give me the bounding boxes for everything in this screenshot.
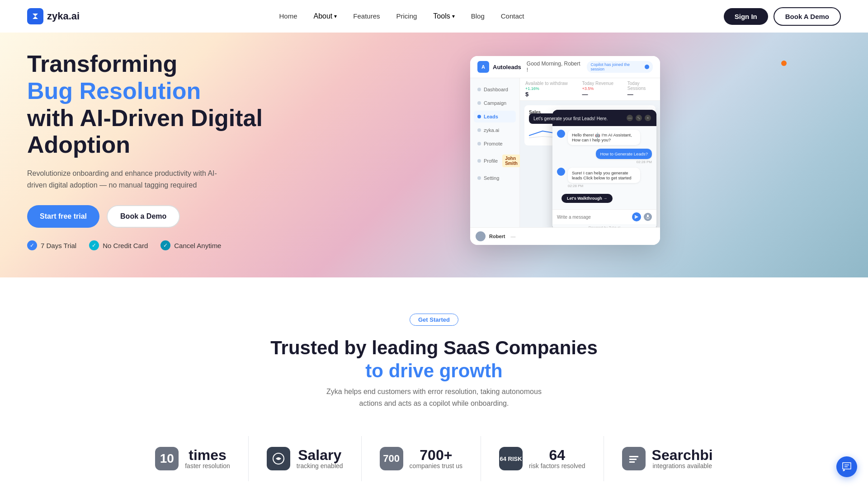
app-header: A Autoleads Good Morning, Robert ! Copil… xyxy=(470,56,660,78)
nav-contact[interactable]: Contact xyxy=(501,12,524,20)
svg-rect-0 xyxy=(647,215,649,217)
chat-mic-button[interactable] xyxy=(644,213,652,221)
orange-dot-decoration xyxy=(781,61,787,66)
badge-no-credit-label: No Credit Card xyxy=(103,242,148,249)
chat-msg-1: Hello there! 🤖 I'm AI Assistant, How can… xyxy=(557,130,652,145)
sidebar-dot-profile xyxy=(477,159,481,163)
book-demo-button[interactable]: Book a Demo xyxy=(107,205,180,228)
svg-rect-3 xyxy=(629,456,638,457)
chat-messages: Hello there! 🤖 I'm AI Assistant, How can… xyxy=(552,126,656,192)
user-ellipsis: — xyxy=(510,234,515,239)
stat-icon-2 xyxy=(267,447,290,470)
start-free-trial-button[interactable]: Start free trial xyxy=(27,205,99,228)
chat-msg-2: How to Generate Leads? 02:28 PM xyxy=(557,149,652,164)
badge-7days-label: 7 Days Trial xyxy=(41,242,76,249)
nav-actions: Sign In Book A Demo xyxy=(724,7,841,26)
navbar: zyka.ai Home About Features Pricing Tool… xyxy=(0,0,868,33)
sidebar-dashboard[interactable]: Dashboard xyxy=(474,84,516,95)
stat-label-4: risk factors resolved xyxy=(529,462,585,469)
tooltip-popup: Let's generate your first Leads! Here. xyxy=(529,113,612,124)
stat-icon-5 xyxy=(622,447,646,470)
user-name: Robert xyxy=(489,234,505,239)
hero-title-line2: with AI-Driven Digital xyxy=(27,105,263,131)
nav-about[interactable]: About xyxy=(313,12,337,20)
sidebar-leads[interactable]: Leads xyxy=(474,111,516,122)
chat-input-area[interactable] xyxy=(552,209,656,224)
stats-row: 10 times faster resolution Salary tracki… xyxy=(27,436,841,481)
stat-card-5: Searchbi integrations available xyxy=(604,436,731,481)
sidebar-campaign-label: Campaign xyxy=(484,100,506,106)
stat-label-2: tracking enabled xyxy=(297,462,343,469)
nav-home[interactable]: Home xyxy=(279,12,297,20)
chat-bot-avatar-2 xyxy=(557,168,565,176)
chat-input[interactable] xyxy=(557,215,629,220)
chat-widget-button[interactable] xyxy=(836,456,857,477)
app-content-area: Sales Let's generate your first Leads! H… xyxy=(520,101,660,154)
chat-close-button[interactable]: × xyxy=(645,115,651,121)
nav-book-demo-button[interactable]: Book A Demo xyxy=(774,7,841,26)
logo-icon xyxy=(27,8,43,24)
stat-info-4: 64 risk factors resolved xyxy=(529,448,585,469)
chat-expand-button[interactable]: ⤡ xyxy=(636,115,642,121)
hero-buttons: Start free trial Book a Demo xyxy=(27,205,271,228)
stat-icon-1: 10 xyxy=(155,447,179,470)
chat-time-3: 02:28 PM xyxy=(568,184,640,188)
sidebar-dot-setting xyxy=(477,176,481,180)
sidebar-dot-zykaai xyxy=(477,128,481,132)
app-screenshot: A Autoleads Good Morning, Robert ! Copil… xyxy=(470,56,660,245)
stat-card-1: 10 times faster resolution xyxy=(137,436,249,481)
stat-label-5: integrations available xyxy=(652,462,713,469)
hero-screenshot: A Autoleads Good Morning, Robert ! Copil… xyxy=(289,56,841,245)
app-greeting: Good Morning, Robert ! xyxy=(527,61,582,73)
hero-title-highlight: Bug Resolution xyxy=(27,78,201,104)
section-title-highlight: to drive growth xyxy=(365,360,502,381)
app-main-content: Available to withdraw +1.16% $ Today Rev… xyxy=(520,78,660,227)
sidebar-promote[interactable]: Promote xyxy=(474,138,516,150)
chat-bot-avatar xyxy=(557,130,565,138)
logo[interactable]: zyka.ai xyxy=(27,8,80,24)
section-subtitle: Zyka helps end customers with error reso… xyxy=(316,386,552,409)
sidebar-dashboard-label: Dashboard xyxy=(484,87,508,92)
hero-badges: ✓ 7 Days Trial ✓ No Credit Card ✓ Cancel… xyxy=(27,240,271,250)
section-title-line1: Trusted by leading SaaS Companies xyxy=(270,337,598,358)
nav-links: Home About Features Pricing Tools Blog C… xyxy=(279,12,524,20)
logo-text: zyka.ai xyxy=(47,10,80,22)
sidebar-dot-dashboard xyxy=(477,88,481,91)
copilot-text: Copilot has joined the session xyxy=(590,62,643,71)
stat-card-3: 700 700+ companies trust us xyxy=(362,436,481,481)
walkthrough-button[interactable]: Let's Walkthrough → xyxy=(561,194,613,203)
chat-minimize-button[interactable]: — xyxy=(627,115,633,121)
copilot-badge: Copilot has joined the session xyxy=(587,61,653,73)
stat-icon-4: 64 RISK xyxy=(499,447,523,470)
sidebar-dot-campaign xyxy=(477,101,481,105)
stat-label-1: faster resolution xyxy=(185,462,230,469)
sidebar-campaign[interactable]: Campaign xyxy=(474,97,516,109)
sidebar-dot-promote xyxy=(477,142,481,145)
nav-blog[interactable]: Blog xyxy=(471,12,485,20)
stat-sessions: Today Sessions — xyxy=(627,81,655,98)
sidebar-zykaai-label: zyka.ai xyxy=(484,127,499,133)
badge-cancel-label: Cancel Anytime xyxy=(174,242,221,249)
hero-title-line3: Adoption xyxy=(27,131,130,158)
chat-send-button[interactable] xyxy=(632,212,641,221)
svg-rect-4 xyxy=(629,459,637,460)
app-body: Dashboard Campaign Leads zyka.ai xyxy=(470,78,660,227)
hero-section: Transforming Bug Resolution with AI-Driv… xyxy=(0,33,868,277)
sidebar-profile-label: Profile xyxy=(484,158,498,164)
stat-info-3: 700+ companies trust us xyxy=(410,448,463,469)
nav-tools[interactable]: Tools xyxy=(433,12,454,20)
sidebar-setting[interactable]: Setting xyxy=(474,172,516,184)
app-sidebar: Dashboard Campaign Leads zyka.ai xyxy=(470,78,520,227)
copilot-dot xyxy=(645,65,649,69)
sidebar-dot-leads xyxy=(477,115,481,118)
get-started-pill[interactable]: Get Started xyxy=(410,314,458,326)
stat-label-3: companies trust us xyxy=(410,462,463,469)
tooltip-text: Let's generate your first Leads! Here. xyxy=(533,116,608,121)
signin-button[interactable]: Sign In xyxy=(724,8,768,25)
stat-times: times xyxy=(189,447,226,463)
nav-features[interactable]: Features xyxy=(353,12,380,20)
sidebar-zykaai[interactable]: zyka.ai xyxy=(474,124,516,136)
sidebar-profile[interactable]: Profile John Smith xyxy=(474,151,516,170)
hero-content: Transforming Bug Resolution with AI-Driv… xyxy=(27,51,289,250)
nav-pricing[interactable]: Pricing xyxy=(396,12,417,20)
